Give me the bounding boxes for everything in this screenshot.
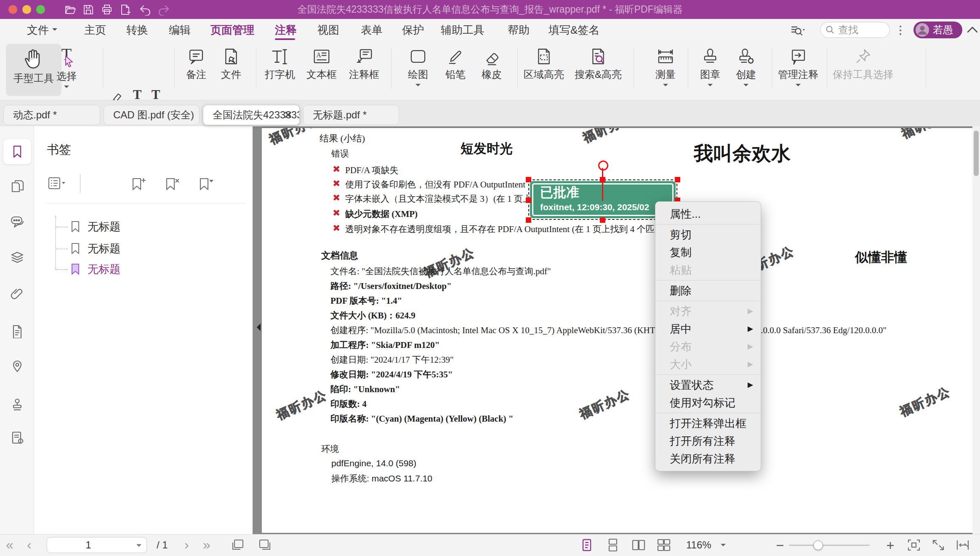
zoom-slider-thumb[interactable] [813, 540, 823, 550]
eraser-button[interactable]: 橡皮 [477, 47, 507, 81]
bookmarks-panel-tab[interactable] [3, 139, 31, 164]
scrollbar-thumb[interactable] [974, 131, 979, 176]
collapse-panel-icon[interactable] [253, 323, 261, 331]
callout-button[interactable]: 注释框 [346, 47, 382, 81]
print-icon[interactable] [101, 4, 113, 16]
menu-item-8[interactable]: 表单 [361, 19, 383, 41]
fit-page-icon[interactable] [907, 538, 921, 552]
menu-item-3[interactable]: 转换 [126, 19, 148, 41]
page-number-input[interactable]: 1 [47, 537, 147, 553]
resize-handle[interactable] [526, 177, 531, 182]
two-page-scroll-view-icon[interactable] [657, 538, 671, 552]
fit-width-icon[interactable] [956, 538, 970, 552]
typewriter-button[interactable]: 打字机 [263, 47, 297, 81]
add-bookmark-button[interactable] [130, 176, 146, 192]
context-menu-item[interactable]: 打开注释弹出框 [655, 414, 761, 432]
menu-item-7[interactable]: 视图 [317, 19, 339, 41]
attachments-panel-tab[interactable] [3, 280, 31, 305]
continuous-scroll-view-icon[interactable] [606, 538, 620, 552]
measure-button[interactable]: 测量 [650, 47, 681, 89]
manage-comments-button[interactable]: 管理注释 [775, 47, 821, 89]
select-tool-button[interactable]: T 选择 [49, 46, 84, 91]
zoom-level[interactable]: 116% [686, 535, 711, 556]
zoom-window-button[interactable] [36, 5, 45, 14]
zoom-caret[interactable] [721, 544, 726, 549]
layers-panel-tab[interactable] [3, 245, 31, 270]
last-page-button[interactable]: » [203, 535, 210, 556]
panel-divider[interactable] [253, 126, 262, 535]
close-tab-icon[interactable]: ✕ [283, 105, 293, 125]
resize-handle[interactable] [600, 177, 605, 182]
menu-item-9[interactable]: 保护 [402, 19, 424, 41]
stamp-rotate-handle[interactable] [598, 160, 608, 171]
bookmark-item-2[interactable]: 无标题 [69, 240, 120, 257]
resize-handle[interactable] [526, 217, 531, 223]
previous-page-button[interactable]: ‹ [27, 535, 32, 556]
keep-tool-selected-button[interactable]: 保持工具选择 [831, 47, 895, 81]
document-tab-4[interactable]: 无标题.pdf * [303, 105, 399, 125]
file-attachment-button[interactable]: 文件 [216, 47, 246, 81]
collapse-ribbon-chevron-icon[interactable] [967, 26, 978, 34]
next-view-icon[interactable] [258, 538, 272, 552]
menu-item-2[interactable]: 主页 [84, 19, 106, 41]
menu-item-10[interactable]: 辅助工具 [441, 19, 485, 41]
comments-panel-tab[interactable] [3, 209, 31, 234]
pages-panel-tab[interactable] [3, 174, 31, 199]
save-icon[interactable] [83, 4, 94, 16]
textbox-button[interactable]: A 文本框 [304, 47, 339, 81]
zoom-in-button[interactable] [886, 541, 895, 550]
context-menu-item[interactable]: 剪切 [655, 226, 761, 243]
menu-item-5[interactable]: 页面管理 [210, 19, 254, 41]
form-panel-tab[interactable] [3, 425, 31, 450]
places-panel-tab[interactable] [3, 353, 31, 378]
context-menu-item[interactable]: 关闭所有注释 [655, 450, 761, 468]
stamp-button[interactable]: 图章 [695, 47, 725, 89]
document-tab-1[interactable]: 动态.pdf * [3, 105, 100, 125]
previous-view-icon[interactable] [231, 538, 245, 552]
context-menu-item[interactable]: 设置状态▶ [655, 376, 761, 394]
context-menu-item[interactable]: 属性... [655, 205, 761, 223]
draw-shapes-button[interactable]: 绘图 [403, 47, 433, 89]
destinations-panel-tab[interactable] [3, 318, 31, 344]
context-menu-item[interactable]: 打开所有注释 [655, 432, 761, 450]
resize-handle[interactable] [675, 177, 680, 182]
zoom-slider-track[interactable] [789, 545, 870, 546]
next-page-button[interactable]: › [184, 535, 189, 556]
minimize-window-button[interactable] [22, 5, 31, 14]
user-account-button[interactable]: 若愚 [913, 21, 962, 38]
find-search-input[interactable]: 查找 [820, 22, 890, 38]
single-page-view-icon[interactable] [580, 538, 594, 552]
first-page-button[interactable]: « [6, 535, 13, 556]
area-highlight-button[interactable]: 区域高亮 [522, 47, 566, 81]
context-menu-item[interactable]: 删除 [655, 282, 761, 299]
advanced-search-icon[interactable] [791, 24, 805, 37]
more-options-kebab-icon[interactable] [898, 25, 903, 36]
resize-handle[interactable] [526, 198, 531, 203]
context-menu-item[interactable]: 使用对勾标记 [655, 394, 761, 412]
search-highlight-button[interactable]: 搜索&高亮 [572, 47, 625, 81]
resize-handle[interactable] [600, 217, 605, 223]
document-tab-2[interactable]: CAD 图.pdf (安全) [104, 105, 200, 125]
menu-item-1[interactable]: 文件 [27, 19, 57, 41]
delete-bookmark-button[interactable] [163, 176, 180, 192]
pencil-button[interactable]: 铅笔 [440, 47, 471, 81]
menu-item-12[interactable]: 填写&签名 [549, 19, 599, 41]
close-window-button[interactable] [8, 5, 17, 14]
context-menu-item[interactable]: 居中▶ [655, 320, 761, 338]
bookmark-item-3[interactable]: 无标题 [69, 261, 120, 278]
open-file-icon[interactable] [64, 4, 76, 16]
context-menu-item[interactable]: 复制 [655, 243, 761, 261]
bookmark-list-options-button[interactable] [48, 176, 66, 191]
vertical-scrollbar[interactable] [972, 126, 980, 535]
note-comment-button[interactable]: 备注 [181, 47, 211, 81]
bookmark-menu-button[interactable] [197, 176, 214, 192]
bookmark-item-1[interactable]: 无标题 [69, 218, 120, 235]
fullscreen-icon[interactable] [931, 538, 945, 552]
menu-item-4[interactable]: 编辑 [169, 19, 191, 41]
signature-panel-tab[interactable] [3, 392, 31, 417]
zoom-out-button[interactable] [775, 541, 785, 550]
document-tab-3[interactable]: 全国法院失4233333...✕ [203, 105, 300, 125]
create-stamp-button[interactable]: 创建 [731, 47, 761, 89]
menu-item-11[interactable]: 帮助 [508, 19, 530, 41]
two-page-view-icon[interactable] [631, 538, 646, 552]
